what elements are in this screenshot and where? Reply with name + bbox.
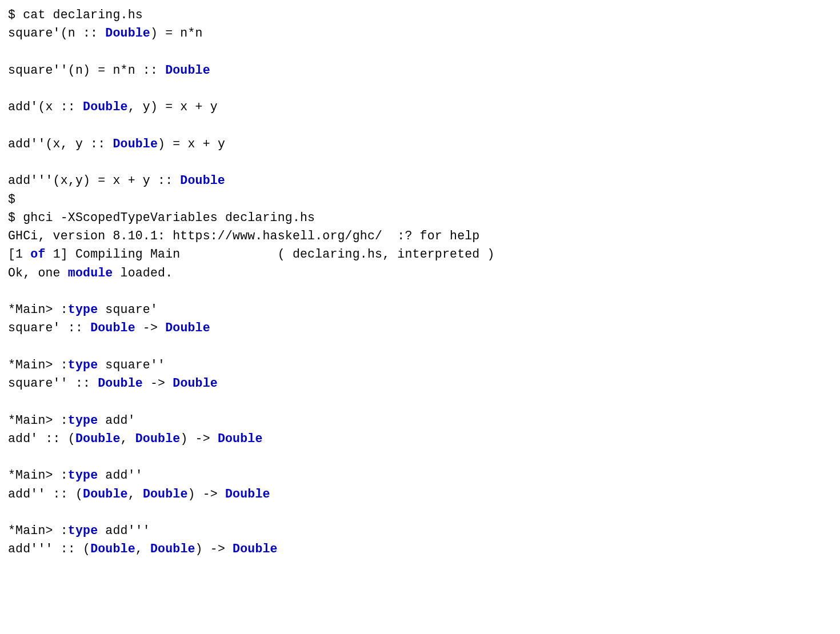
code-line: GHCi, version 8.10.1: https://www.haskel…	[8, 227, 832, 245]
text-segment: add'''	[98, 524, 150, 537]
text-segment: *Main> :	[8, 303, 68, 316]
code-line: $	[8, 190, 832, 208]
text-segment: ) ->	[180, 432, 218, 446]
keyword: Double	[233, 542, 278, 556]
code-line	[8, 79, 832, 98]
keyword: Double	[143, 487, 188, 501]
keyword: Double	[83, 100, 128, 114]
text-segment: add''' :: (	[8, 542, 90, 556]
keyword: Double	[98, 376, 143, 390]
text-segment: ,	[128, 487, 143, 501]
code-line	[8, 153, 832, 171]
code-line: square' :: Double -> Double	[8, 319, 832, 337]
text-segment: add'(x ::	[8, 100, 83, 114]
code-line: square''(n) = n*n :: Double	[8, 61, 832, 79]
keyword: Double	[90, 542, 135, 556]
keyword: Double	[165, 63, 210, 77]
code-line: add''(x, y :: Double) = x + y	[8, 135, 832, 153]
text-segment: *Main> :	[8, 524, 68, 537]
code-line: add'(x :: Double, y) = x + y	[8, 98, 832, 116]
keyword: Double	[218, 432, 263, 446]
code-line	[8, 448, 832, 466]
code-line	[8, 503, 832, 521]
text-segment: GHCi, version 8.10.1: https://www.haskel…	[8, 229, 479, 243]
text-segment: square'	[98, 303, 158, 316]
code-line	[8, 117, 832, 135]
text-segment: ,	[135, 542, 150, 556]
text-segment: *Main> :	[8, 468, 68, 482]
text-segment: square''	[98, 358, 165, 372]
code-line	[8, 338, 832, 356]
keyword: module	[68, 266, 113, 280]
text-segment: add'	[98, 414, 135, 427]
code-line: *Main> :type add''	[8, 466, 832, 484]
text-segment: ) = x + y	[158, 137, 225, 151]
text-segment: add'''(x,y) = x + y ::	[8, 174, 180, 187]
text-segment: add''	[98, 468, 143, 482]
keyword: Double	[113, 137, 158, 151]
code-line: add''' :: (Double, Double) -> Double	[8, 540, 832, 558]
text-segment: square'(n ::	[8, 26, 105, 40]
text-segment: , y) = x + y	[128, 100, 218, 114]
keyword: Double	[150, 542, 195, 556]
text-segment: ->	[143, 376, 173, 390]
text-segment: Ok, one	[8, 266, 68, 280]
text-segment: square' ::	[8, 321, 90, 335]
text-segment: add'' :: (	[8, 487, 83, 501]
code-line: *Main> :type add'	[8, 411, 832, 430]
keyword: Double	[105, 26, 150, 40]
code-line: *Main> :type square''	[8, 356, 832, 374]
keyword: type	[68, 524, 98, 537]
code-line	[8, 392, 832, 411]
keyword: of	[30, 247, 45, 261]
keyword: type	[68, 414, 98, 427]
text-segment: $	[8, 192, 15, 206]
text-segment: ) ->	[195, 542, 233, 556]
code-line: Ok, one module loaded.	[8, 264, 832, 282]
code-line: *Main> :type add'''	[8, 521, 832, 540]
keyword: type	[68, 358, 98, 372]
code-line	[8, 282, 832, 300]
keyword: type	[68, 468, 98, 482]
text-segment: ->	[135, 321, 165, 335]
text-segment: ) = n*n	[150, 26, 203, 40]
code-line: *Main> :type square'	[8, 300, 832, 319]
keyword: Double	[173, 376, 218, 390]
keyword: Double	[90, 321, 135, 335]
text-segment: loaded.	[113, 266, 173, 280]
code-line: $ ghci -XScopedTypeVariables declaring.h…	[8, 208, 832, 227]
code-block: $ cat declaring.hssquare'(n :: Double) =…	[8, 6, 832, 559]
code-line: $ cat declaring.hs	[8, 6, 832, 24]
text-segment: square''(n) = n*n ::	[8, 63, 165, 77]
keyword: Double	[135, 432, 181, 446]
text-segment: square'' ::	[8, 376, 98, 390]
code-line	[8, 43, 832, 61]
text-segment: ,	[121, 432, 135, 446]
text-segment: add' :: (	[8, 432, 75, 446]
text-segment: [1	[8, 247, 30, 261]
text-segment: add''(x, y ::	[8, 137, 113, 151]
text-segment: ) ->	[188, 487, 226, 501]
keyword: Double	[83, 487, 128, 501]
code-line: square'' :: Double -> Double	[8, 374, 832, 392]
text-segment: *Main> :	[8, 414, 68, 427]
keyword: Double	[165, 321, 210, 335]
code-line: add'' :: (Double, Double) -> Double	[8, 485, 832, 503]
code-line: add' :: (Double, Double) -> Double	[8, 430, 832, 448]
code-line: add'''(x,y) = x + y :: Double	[8, 171, 832, 190]
text-segment: $ cat declaring.hs	[8, 8, 143, 22]
code-line: square'(n :: Double) = n*n	[8, 24, 832, 42]
keyword: type	[68, 303, 98, 316]
keyword: Double	[225, 487, 270, 501]
text-segment: *Main> :	[8, 358, 68, 372]
text-segment: 1] Compiling Main ( declaring.hs, interp…	[46, 247, 495, 261]
code-line: [1 of 1] Compiling Main ( declaring.hs, …	[8, 245, 832, 263]
keyword: Double	[180, 174, 225, 187]
keyword: Double	[75, 432, 121, 446]
text-segment: $ ghci -XScopedTypeVariables declaring.h…	[8, 211, 315, 224]
